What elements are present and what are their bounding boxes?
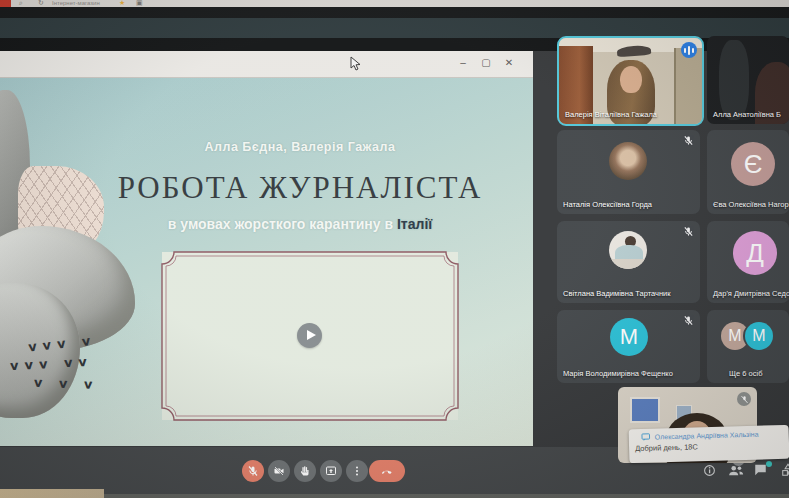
desk-edge	[0, 489, 104, 498]
participant-tile-valeriia[interactable]: Валерія Віталіївна Гажала	[557, 36, 704, 126]
mic-off-badge	[737, 392, 751, 406]
mouse-cursor-icon	[350, 56, 361, 71]
window-minimize-button[interactable]: –	[455, 54, 471, 72]
window-maximize-button[interactable]: ▢	[478, 54, 494, 72]
present-screen-button[interactable]	[320, 460, 342, 482]
avatar-initial: Є	[731, 142, 775, 186]
present-screen-icon	[325, 465, 337, 477]
end-call-icon	[380, 464, 394, 478]
audio-activity-icon	[681, 42, 697, 58]
participant-tile-yeva[interactable]: Є Єва Олексіївна Нагор	[707, 130, 789, 214]
video-scene	[630, 397, 660, 423]
more-people-label: Ще 6 осіб	[729, 369, 762, 378]
participant-tile-daria[interactable]: Д Дар'я Дмитрівна Седо	[707, 221, 789, 303]
participant-name: Єва Олексіївна Нагор	[713, 200, 789, 209]
dark-band-middle	[0, 18, 789, 38]
mic-off-icon	[683, 226, 694, 237]
raise-hand-icon	[299, 465, 311, 477]
end-call-button[interactable]	[369, 460, 405, 482]
check-marks-art: vvv vv	[10, 354, 94, 373]
video-scene	[620, 66, 642, 93]
embedded-video-frame	[160, 250, 460, 422]
mic-off-icon	[683, 135, 694, 146]
browser-tab-fragment[interactable]	[0, 0, 11, 7]
slide-subtitle-text: в умовах жорсткого карантину в	[168, 216, 397, 232]
search-icon[interactable]: ⌕	[19, 0, 23, 6]
info-icon	[703, 464, 716, 477]
avatar-detail	[609, 259, 647, 269]
camera-off-icon	[273, 465, 285, 477]
more-options-icon	[351, 465, 363, 477]
participant-name: Дар'я Дмитрівна Седо	[713, 289, 789, 298]
participant-tile-more-people[interactable]: М М Ще 6 осіб	[707, 310, 789, 383]
browser-toolbar: ⌕ ↻ Інтернет-магазин ★ ▣	[0, 0, 789, 7]
avatar-initial: М	[610, 318, 648, 356]
play-button[interactable]	[297, 323, 322, 348]
participant-name: Світлана Вадимівна Тартачник	[563, 289, 671, 298]
mic-off-icon	[740, 395, 749, 404]
camera-toggle-button[interactable]	[268, 460, 290, 482]
dark-band-top	[0, 7, 789, 18]
video-scene	[719, 40, 749, 120]
reload-icon[interactable]: ↻	[38, 0, 44, 6]
more-options-button[interactable]	[346, 460, 368, 482]
avatar	[609, 142, 647, 180]
chat-sender-name: Олександра Андріївна Хальзіна	[655, 431, 759, 441]
presentation-slide: vvv v vvv vv v v v Алла Бєдна, Валерія Г…	[0, 78, 533, 446]
activities-button[interactable]	[781, 463, 789, 481]
avatar-initial: М	[745, 322, 773, 350]
extension-icon[interactable]: ▣	[136, 0, 143, 6]
mic-off-icon	[683, 315, 694, 326]
bookmark-star-icon[interactable]: ★	[119, 0, 125, 6]
window-close-button[interactable]: ✕	[501, 54, 517, 72]
participant-name: Валерія Віталіївна Гажала	[565, 110, 657, 119]
chat-unread-dot	[766, 461, 772, 467]
chat-message-text: Добрий день, 18С	[635, 440, 783, 453]
raise-hand-button[interactable]	[294, 460, 316, 482]
slide-subtitle-emphasis: Італії	[397, 216, 432, 232]
activities-icon	[781, 463, 789, 477]
participant-tile-nataliia[interactable]: Наталія Олексіївна Горда	[557, 130, 700, 214]
slide-authors: Алла Бєдна, Валерія Гажала	[60, 140, 533, 154]
participant-tile-alla[interactable]: Алла Анатоліївна Б	[707, 36, 789, 124]
check-marks-art: v v v	[34, 375, 99, 392]
slide-title: РОБОТА ЖУРНАЛІСТА	[50, 170, 533, 206]
chat-message-icon	[641, 433, 651, 442]
shared-window-titlebar: – ▢ ✕	[0, 51, 533, 78]
avatar-initial: Д	[733, 231, 777, 275]
microphone-mute-button[interactable]	[242, 460, 264, 482]
chat-notification-toast[interactable]: Олександра Андріївна Хальзіна Добрий ден…	[629, 425, 789, 463]
participant-name: Наталія Олексіївна Горда	[563, 200, 652, 209]
screen-photo: ⌕ ↻ Інтернет-магазин ★ ▣ – ▢ ✕ vvv v vvv…	[0, 0, 789, 498]
address-bar-text[interactable]: Інтернет-магазин	[52, 0, 100, 7]
participant-tile-mariia[interactable]: М Марія Володимирівна Фещенко	[557, 310, 700, 383]
participant-tile-svitlana[interactable]: Світлана Вадимівна Тартачник	[557, 221, 700, 303]
participant-name: Алла Анатоліївна Б	[713, 110, 781, 119]
video-scene	[674, 48, 702, 124]
desk-edge	[104, 494, 789, 498]
mic-off-icon	[247, 465, 259, 477]
meeting-info-button[interactable]	[703, 463, 716, 481]
avatar	[609, 231, 647, 269]
slide-subtitle: в умовах жорсткого карантину в Італії	[60, 216, 533, 232]
participant-name: Марія Володимирівна Фещенко	[563, 369, 673, 378]
